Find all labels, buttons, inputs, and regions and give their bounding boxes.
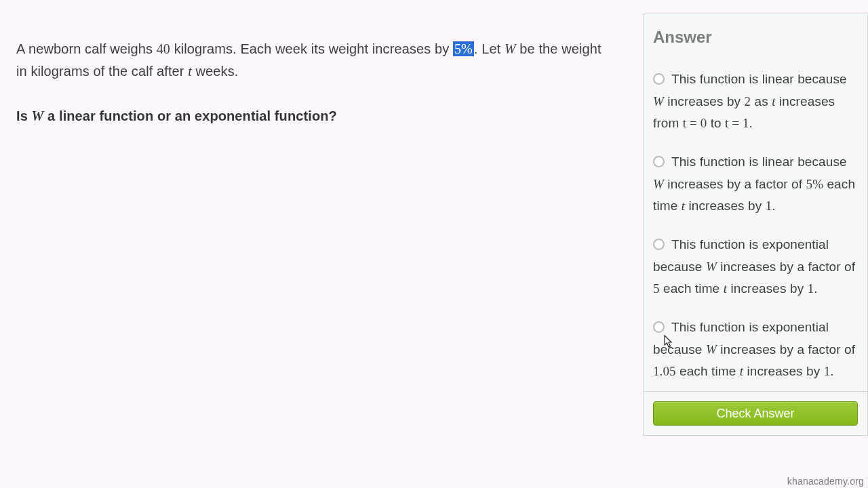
text: each time (676, 364, 740, 378)
value: t = 1 (725, 116, 749, 130)
highlighted-percent: 5% (453, 41, 474, 56)
value-weight: 40 (157, 41, 170, 56)
answer-header: Answer (644, 14, 867, 52)
text: increases by (664, 94, 745, 108)
problem-area: A newborn calf weighs 40 kilograms. Each… (0, 0, 643, 488)
value: 1 (824, 364, 831, 378)
var-W: W (653, 94, 664, 108)
answer-footer: Check Answer (644, 391, 867, 435)
var-W: W (653, 177, 664, 191)
text: increases by (685, 199, 766, 213)
text: increases by a factor of (717, 342, 855, 357)
text: . (830, 364, 833, 378)
value: 1 (766, 199, 772, 213)
var-W: W (706, 342, 717, 357)
text: each time (660, 281, 724, 296)
value: 1 (808, 281, 814, 296)
text: . (749, 116, 753, 130)
radio-icon[interactable] (653, 321, 665, 333)
value: 2 (745, 94, 751, 108)
var-W: W (706, 260, 717, 274)
value: t = 0 (683, 116, 707, 130)
text: to (707, 116, 725, 130)
text: increases by (743, 364, 824, 378)
problem-statement: A newborn calf weighs 40 kilograms. Each… (16, 38, 616, 83)
radio-icon[interactable] (653, 73, 665, 85)
check-answer-button[interactable]: Check Answer (653, 401, 858, 426)
text: This function is linear because (671, 155, 847, 169)
text: kilograms. Each week its weight increase… (170, 41, 453, 56)
text: This function is linear because (671, 72, 847, 86)
watermark: khanacademy.org (787, 476, 864, 487)
var-W: W (505, 41, 516, 56)
answer-choice-c[interactable]: This function is exponential because W i… (653, 234, 858, 300)
text: . (772, 199, 775, 213)
text: increases by (727, 281, 808, 296)
answer-title: Answer (653, 28, 858, 47)
value: 1.05 (653, 364, 676, 378)
answer-choice-b[interactable]: This function is linear because W increa… (653, 151, 858, 218)
answer-panel: Answer This function is linear because W… (643, 14, 868, 436)
question-prompt: Is W a linear function or an exponential… (16, 108, 616, 124)
text: A newborn calf weighs (16, 41, 157, 56)
text: increases by a factor of (717, 260, 855, 274)
text: increases by a factor of (664, 177, 806, 191)
text: . Let (474, 41, 505, 56)
value: 5 (653, 281, 660, 296)
text: . (814, 281, 817, 296)
text: a linear function or an exponential func… (43, 108, 336, 123)
answer-choice-d[interactable]: This function is exponential because W i… (653, 317, 858, 383)
radio-icon[interactable] (653, 156, 665, 167)
text: as (751, 94, 772, 108)
text: Is (16, 108, 32, 123)
answer-choices: This function is linear because W increa… (644, 52, 867, 391)
answer-choice-a[interactable]: This function is linear because W increa… (653, 68, 858, 135)
value: 5% (806, 177, 824, 191)
text: weeks. (192, 64, 239, 79)
var-W: W (32, 108, 44, 123)
radio-icon[interactable] (653, 239, 665, 250)
